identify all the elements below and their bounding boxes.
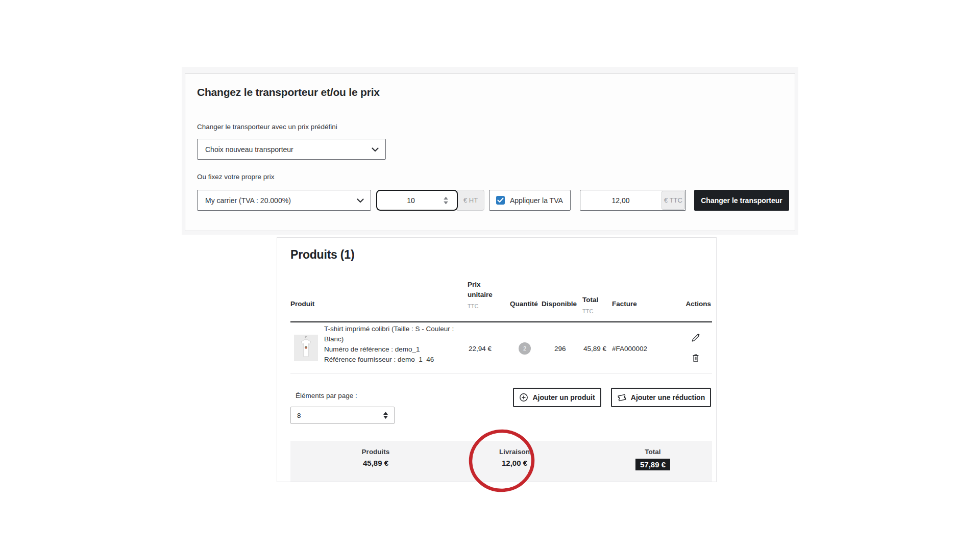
carrier-panel: Changez le transporteur et/ou le prix Ch… [185, 73, 795, 231]
cell-available: 296 [554, 345, 566, 353]
cell-unit-price: 22,94 € [469, 345, 492, 353]
own-price-label: Ou fixez votre propre prix [197, 173, 275, 181]
predefined-carrier-label: Changer le transporteur avec un prix pré… [197, 123, 337, 131]
col-header-unit-price-line2: unitaire [468, 290, 493, 300]
carrier-panel-title: Changez le transporteur et/ou le prix [197, 86, 380, 98]
apply-tva-checkbox[interactable] [496, 196, 505, 205]
checkmark-icon [497, 197, 504, 203]
items-per-page-label: Éléments par page : [296, 392, 357, 399]
col-header-available: Disponible [542, 300, 577, 308]
summary-products-label: Produits [362, 448, 390, 456]
col-header-unit-price: Prix unitaire TTC [468, 280, 493, 311]
col-header-unit-price-sub: TTC [468, 301, 493, 311]
product-reference: Numéro de référence : demo_1 [324, 344, 454, 355]
add-product-button[interactable]: Ajouter un produit [513, 388, 601, 407]
tshirt-image [294, 335, 318, 361]
add-discount-label: Ajouter une réduction [631, 393, 705, 402]
table-header-rule [290, 321, 712, 322]
chevron-down-icon [372, 145, 379, 154]
pencil-icon[interactable] [691, 333, 701, 343]
new-carrier-select[interactable]: Choix nouveau transporteur [197, 139, 386, 160]
ticket-icon [617, 393, 627, 403]
summary-total: Total 57,89 € [635, 441, 670, 470]
circle-plus-icon [519, 393, 528, 402]
add-product-label: Ajouter un produit [532, 393, 595, 402]
price-ht-group: € HT [376, 190, 484, 211]
summary-products-value: 45,89 € [362, 459, 390, 467]
ttc-addon: € TTC [662, 191, 685, 210]
summary-total-label: Total [635, 448, 670, 456]
col-header-total: Total TTC [582, 295, 598, 316]
col-header-unit-price-line1: Prix [468, 280, 493, 290]
price-ttc-input[interactable] [580, 190, 661, 210]
trash-icon[interactable] [691, 353, 701, 363]
summary-total-value: 57,89 € [635, 459, 670, 470]
cell-total: 45,89 € [583, 345, 606, 353]
product-description: T-shirt imprimé colibri (Taille : S - Co… [324, 324, 454, 365]
new-carrier-select-value: Choix nouveau transporteur [205, 145, 293, 154]
product-supplier-reference: Référence fournisseur : demo_1_46 [324, 355, 454, 365]
number-spinner-icon[interactable] [444, 196, 448, 204]
product-name-line2: Blanc) [324, 334, 454, 344]
add-discount-button[interactable]: Ajouter une réduction [611, 388, 711, 407]
price-ttc-group: € TTC [580, 190, 686, 211]
products-panel: Produits (1) Produit Prix unitaire TTC Q… [277, 237, 717, 482]
apply-tva-group: Appliquer la TVA [489, 190, 571, 211]
summary-shipping: Livraison 12,00 € [499, 441, 530, 467]
col-header-invoice: Facture [612, 300, 637, 308]
col-header-quantity: Quantité [510, 300, 538, 308]
order-totals-summary: Produits 45,89 € Livraison 12,00 € Total… [290, 441, 712, 482]
products-panel-title: Produits (1) [290, 248, 354, 262]
summary-shipping-value: 12,00 € [499, 459, 530, 467]
col-header-total-sub: TTC [582, 306, 598, 316]
summary-products: Produits 45,89 € [362, 441, 390, 467]
product-name-line1: T-shirt imprimé colibri (Taille : S - Co… [324, 324, 454, 334]
my-carrier-select-value: My carrier (TVA : 20.000%) [205, 196, 291, 205]
carrier-panel-backdrop: Changez le transporteur et/ou le prix Ch… [182, 67, 798, 235]
row-separator [290, 373, 712, 373]
product-thumbnail [294, 335, 318, 361]
items-per-page-select[interactable]: 8 [290, 407, 395, 424]
up-down-arrows-icon [383, 412, 388, 419]
col-header-total-label: Total [582, 295, 598, 305]
summary-shipping-label: Livraison [499, 448, 530, 456]
apply-tva-label: Appliquer la TVA [510, 196, 563, 205]
cell-invoice: #FA000002 [612, 345, 647, 353]
my-carrier-select[interactable]: My carrier (TVA : 20.000%) [197, 190, 371, 211]
items-per-page-value: 8 [297, 412, 301, 419]
col-header-actions: Actions [685, 300, 711, 308]
quantity-badge: 2 [519, 342, 531, 355]
chevron-down-icon [357, 196, 364, 205]
change-carrier-button[interactable]: Changer le transporteur [694, 190, 789, 211]
col-header-product: Produit [290, 300, 314, 308]
ht-addon: € HT [457, 190, 484, 211]
order-page: Changez le transporteur et/ou le prix Ch… [0, 0, 980, 551]
